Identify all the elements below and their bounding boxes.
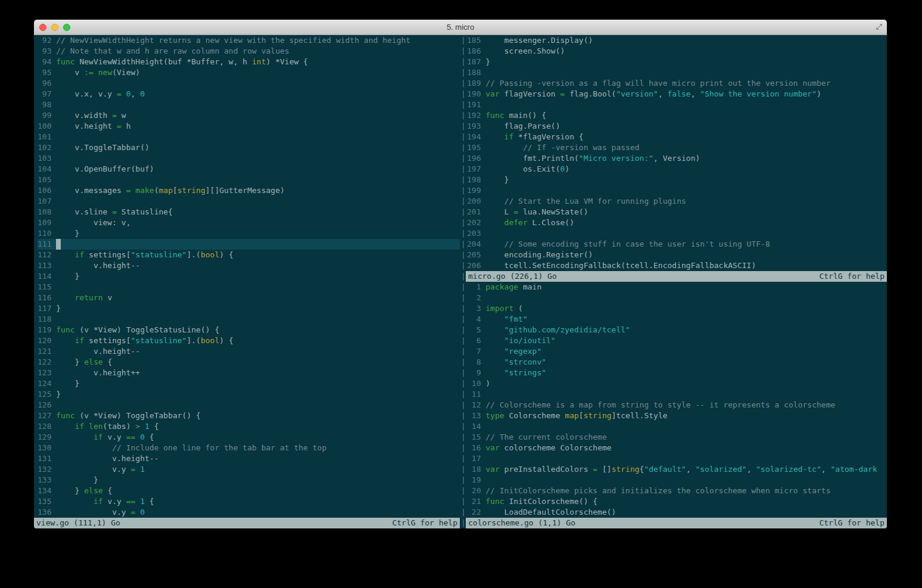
code-line[interactable]: 6 "io/ioutil" [467,335,887,346]
code-line[interactable]: 118 [38,314,460,325]
code-line[interactable]: 191 [467,99,887,110]
editor-pane-micro-go[interactable]: 185 messenger.Display()186 screen.Show()… [466,35,887,271]
code-line[interactable]: 203 [467,228,887,239]
code-line[interactable]: 100 v.height = h [38,121,460,132]
code-text: v := new(View) [56,67,140,78]
code-line[interactable]: 132 v.y = 1 [38,464,460,475]
code-line[interactable]: 1package main [467,282,887,293]
code-line[interactable]: 5 "github.com/zyedidia/tcell" [467,325,887,335]
code-line[interactable]: 198 } [467,175,887,185]
code-line[interactable]: 120 if settings["statusline"].(bool) { [38,335,460,346]
code-line[interactable]: 135 if v.y == 1 { [38,496,460,507]
code-line[interactable]: 129 if v.y == 0 { [38,432,460,443]
code-line[interactable]: 204 // Some encoding stuff in case the u… [467,239,887,250]
code-line[interactable]: 126 [38,400,460,410]
code-line[interactable]: 19 [467,475,887,486]
code-line[interactable]: 187} [467,57,887,67]
code-line[interactable]: 94func NewViewWidthHeight(buf *Buffer, w… [38,57,460,67]
code-line[interactable]: 189// Passing -version as a flag will ha… [467,78,887,89]
code-line[interactable]: 17 [467,453,887,464]
code-line[interactable]: 92// NewViewWidthHeight returns a new vi… [38,35,460,46]
code-line[interactable]: 131 v.height-- [38,453,460,464]
code-line[interactable]: 111 [38,239,460,250]
code-text: if v.y == 0 { [56,432,154,443]
code-line[interactable]: 12// Colorscheme is a map from string to… [467,400,887,410]
code-line[interactable]: 104 v.OpenBuffer(buf) [38,164,460,175]
code-line[interactable]: 7 "regexp" [467,346,887,357]
editor-pane-colorscheme-go[interactable]: 1package main23import (4 "fmt"5 "github.… [466,282,887,518]
code-line[interactable]: 103 [38,153,460,164]
code-line[interactable]: 117} [38,303,460,314]
code-line[interactable]: 105 [38,175,460,185]
code-line[interactable]: 114 } [38,271,460,282]
code-line[interactable]: 124 } [38,378,460,389]
code-line[interactable]: 107 [38,196,460,207]
code-line[interactable]: 95 v := new(View) [38,67,460,78]
code-line[interactable]: 21func InitColorscheme() { [467,496,887,507]
code-line[interactable]: 98 [38,99,460,110]
code-line[interactable]: 188 [467,67,887,78]
editor-pane-view-go[interactable]: 92// NewViewWidthHeight returns a new vi… [34,35,460,518]
code-line[interactable]: 190var flagVersion = flag.Bool("version"… [467,89,887,99]
code-line[interactable]: 125} [38,389,460,400]
code-line[interactable]: 106 v.messages = make(map[string][]Gutte… [38,185,460,196]
code-line[interactable]: 201 L = lua.NewState() [467,207,887,217]
code-line[interactable]: 18var preInstalledColors = []string{"def… [467,464,887,475]
minimize-button[interactable] [51,24,58,31]
code-line[interactable]: 115 [38,282,460,293]
code-line[interactable]: 196 fmt.Println("Micro version:", Versio… [467,153,887,164]
code-line[interactable]: 200 // Start the Lua VM for running plug… [467,196,887,207]
code-line[interactable]: 136 v.y = 0 [38,507,460,518]
code-line[interactable]: 110 } [38,228,460,239]
code-line[interactable]: 133 } [38,475,460,486]
code-line[interactable]: 99 v.width = w [38,110,460,121]
code-line[interactable]: 101 [38,132,460,142]
code-line[interactable]: 3import ( [467,303,887,314]
code-line[interactable]: 185 messenger.Display() [467,35,887,46]
code-line[interactable]: 20// InitColorscheme picks and initializ… [467,486,887,496]
code-line[interactable]: 4 "fmt" [467,314,887,325]
code-line[interactable]: 123 v.height++ [38,368,460,378]
code-line[interactable]: 121 v.height-- [38,346,460,357]
code-line[interactable]: 134 } else { [38,486,460,496]
code-line[interactable]: 186 screen.Show() [467,46,887,57]
code-line[interactable]: 192func main() { [467,110,887,121]
code-line[interactable]: 109 view: v, [38,217,460,228]
code-line[interactable]: 128 if len(tabs) > 1 { [38,421,460,432]
code-line[interactable]: 197 os.Exit(0) [467,164,887,175]
close-button[interactable] [39,24,46,31]
code-line[interactable]: 108 v.sline = Statusline{ [38,207,460,217]
code-line[interactable]: 202 defer L.Close() [467,217,887,228]
window-titlebar[interactable]: 5. micro ⤢ [34,20,887,35]
code-line[interactable]: 97 v.x, v.y = 0, 0 [38,89,460,99]
code-line[interactable]: 93// Note that w and h are raw column an… [38,46,460,57]
resize-icon[interactable]: ⤢ [876,22,882,32]
code-line[interactable]: 13type Colorscheme map[string]tcell.Styl… [467,410,887,421]
code-line[interactable]: 206 tcell.SetEncodingFallback(tcell.Enco… [467,260,887,271]
code-line[interactable]: 11 [467,389,887,400]
code-line[interactable]: 102 v.ToggleTabbar() [38,142,460,153]
code-line[interactable]: 9 "strings" [467,368,887,378]
code-line[interactable]: 15// The current colorscheme [467,432,887,443]
code-line[interactable]: 113 v.height-- [38,260,460,271]
code-line[interactable]: 199 [467,185,887,196]
code-line[interactable]: 96 [38,78,460,89]
zoom-button[interactable] [63,24,70,31]
code-line[interactable]: 193 flag.Parse() [467,121,887,132]
code-line[interactable]: 112 if settings["statusline"].(bool) { [38,250,460,260]
code-line[interactable]: 10) [467,378,887,389]
code-line[interactable]: 116 return v [38,293,460,303]
code-line[interactable]: 195 // If -version was passed [467,142,887,153]
code-line[interactable]: 130 // Include one line for the tab bar … [38,443,460,453]
code-line[interactable]: 127func (v *View) ToggleTabbar() { [38,410,460,421]
code-line[interactable]: 122 } else { [38,357,460,368]
code-line[interactable]: 8 "strconv" [467,357,887,368]
code-line[interactable]: 22 LoadDefaultColorscheme() [467,507,887,518]
line-number: 113 [38,260,51,271]
code-line[interactable]: 119func (v *View) ToggleStatusLine() { [38,325,460,335]
code-line[interactable]: 205 encoding.Register() [467,250,887,260]
code-line[interactable]: 14 [467,421,887,432]
code-line[interactable]: 16var colorscheme Colorscheme [467,443,887,453]
code-line[interactable]: 194 if *flagVersion { [467,132,887,142]
code-line[interactable]: 2 [467,293,887,303]
